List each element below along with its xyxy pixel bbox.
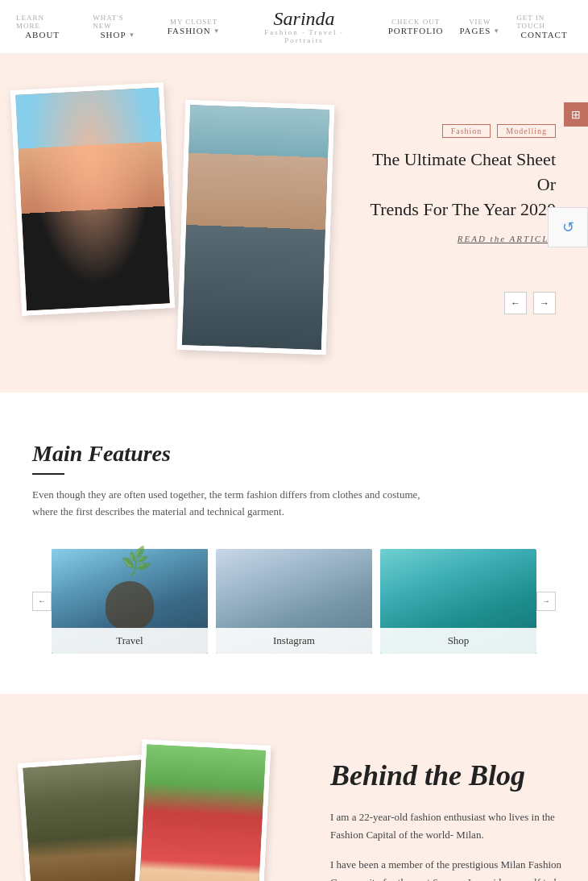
card-shop-label: Shop [380,628,536,654]
nav-item-pages[interactable]: View PAGES ▼ [460,18,501,35]
logo-name: Sarinda [245,8,364,29]
hero-images [16,86,330,352]
hero-tags: Fashion Modelling [354,124,556,138]
features-title: Main Features [32,441,556,467]
nav-super-contact: Get In Touch [516,14,572,30]
hero-photo-1-content [15,88,170,311]
nav-label-about: ABOUT [25,30,60,39]
blog-text: Behind the Blog I am a 22-year-old fashi… [330,742,564,881]
hero-next-button[interactable]: → [533,292,556,314]
blog-para-1: I am a 22-year-old fashion enthusiast wh… [330,808,564,844]
nav-super-fashion: My Closet [170,18,217,26]
nav-left: Learn More ABOUT What's New SHOP ▼ My Cl… [16,14,221,39]
shop-dropdown-arrow: ▼ [129,31,136,39]
hero-text: Fashion Modelling The Ultimate Cheat She… [330,124,572,314]
cards-prev-button[interactable]: ← [32,592,52,611]
hero-section: ⊞ Fashion Modelling The Ultimate Cheat S… [0,54,588,393]
corner-bookmark-icon: ⊞ [564,102,588,127]
features-description: Even though they are often used together… [32,487,435,521]
nav-label-pages: PAGES [460,26,491,35]
fashion-dropdown-arrow: ▼ [213,27,221,35]
captcha-icon: ↺ [562,218,574,236]
nav-super-about: Learn More [16,14,68,30]
captcha-widget: ↺ [548,207,588,247]
tag-fashion: Fashion [442,124,491,138]
nav-label-fashion: FASHION [168,26,211,35]
site-logo[interactable]: Sarinda Fashion · Travel · Portraits [245,8,364,45]
nav-label-shop: SHOP [100,30,126,39]
navbar: Learn More ABOUT What's New SHOP ▼ My Cl… [0,0,588,54]
card-travel[interactable]: Travel [52,549,208,654]
read-article-link[interactable]: READ the ARTICLE [354,234,556,243]
hero-title-line1: The Ultimate Cheat Sheet Or [372,149,556,194]
nav-item-portfolio[interactable]: Check Out PORTFOLIO [388,18,444,35]
blog-section: Behind the Blog I am a 22-year-old fashi… [0,694,588,881]
blog-photo-2-content [137,744,266,881]
cards-container: Travel Instagram Shop [52,549,536,654]
blog-title: Behind the Blog [330,758,564,792]
nav-label-portfolio: PORTFOLIO [388,26,444,35]
nav-super-pages: View [469,18,491,26]
nav-super-shop: What's New [93,14,143,30]
nav-item-fashion[interactable]: My Closet FASHION ▼ [168,18,221,35]
nav-item-about[interactable]: Learn More ABOUT [16,14,68,39]
blog-images [24,742,306,881]
hero-image-1 [10,82,175,316]
nav-super-portfolio: Check Out [391,18,440,26]
nav-right: Check Out PORTFOLIO View PAGES ▼ Get In … [388,14,572,39]
hero-title: The Ultimate Cheat Sheet Or Trends For T… [354,148,556,222]
nav-label-contact: CONTACT [521,30,568,39]
blog-para-2: I have been a member of the prestigious … [330,856,564,881]
pages-dropdown-arrow: ▼ [493,27,500,35]
cards-wrapper: ← Travel Instagram Shop → [32,549,556,654]
card-shop[interactable]: Shop [380,549,536,654]
hero-image-2 [177,100,335,355]
hero-inner: Fashion Modelling The Ultimate Cheat She… [0,86,588,352]
features-divider [32,473,64,475]
nav-item-shop[interactable]: What's New SHOP ▼ [93,14,143,39]
hero-nav-buttons: ← → [354,292,556,314]
card-travel-label: Travel [52,628,208,654]
cards-next-button[interactable]: → [536,592,556,611]
nav-item-contact[interactable]: Get In Touch CONTACT [516,14,572,39]
hero-photo-2-content [182,105,329,350]
card-instagram[interactable]: Instagram [216,549,372,654]
tag-modelling: Modelling [497,124,556,138]
card-instagram-label: Instagram [216,628,372,654]
features-section: Main Features Even though they are often… [0,393,588,694]
logo-tagline: Fashion · Travel · Portraits [245,29,364,45]
blog-image-2 [132,739,271,881]
hero-prev-button[interactable]: ← [504,292,527,314]
hero-title-line2: Trends For The Year 2020 [371,199,556,219]
